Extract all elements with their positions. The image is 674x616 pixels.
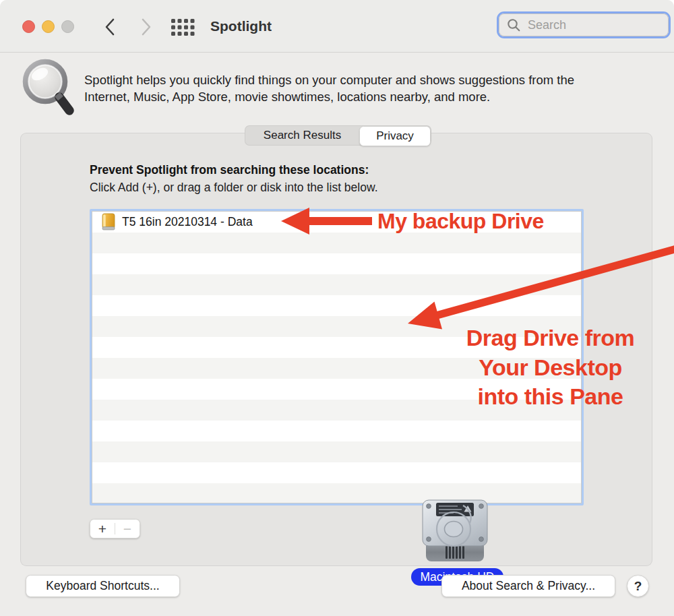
back-button[interactable] <box>101 17 119 37</box>
grid-dots-icon <box>171 19 195 36</box>
external-drive-icon <box>101 213 116 231</box>
remove-button[interactable]: − <box>115 520 140 538</box>
chevron-left-icon <box>104 18 115 36</box>
spotlight-preferences-window: Spotlight <box>0 0 674 616</box>
tab-search-results[interactable]: Search Results <box>245 126 359 145</box>
add-button[interactable]: + <box>90 520 115 538</box>
internal-hard-drive-icon[interactable] <box>420 497 490 568</box>
tab-bar: Search Results Privacy <box>245 125 431 146</box>
tab-privacy[interactable]: Privacy <box>359 126 431 146</box>
description-line-2: Internet, Music, App Store, movie showti… <box>84 88 574 105</box>
about-search-privacy-button[interactable]: About Search & Privacy... <box>441 575 615 597</box>
forward-button[interactable] <box>137 17 155 37</box>
spotlight-magnifier-icon <box>20 58 74 121</box>
minimize-button[interactable] <box>42 20 55 33</box>
description-line-1: Spotlight helps you quickly find things … <box>84 71 574 88</box>
list-item-label: T5 16in 20210314 - Data <box>122 215 253 229</box>
zoom-button[interactable] <box>61 20 74 33</box>
search-input[interactable] <box>526 18 657 33</box>
help-button[interactable]: ? <box>627 575 649 597</box>
page-title: Spotlight <box>210 18 272 34</box>
privacy-subheading: Click Add (+), or drag a folder or disk … <box>90 181 378 195</box>
list-surface: T5 16in 20210314 - Data <box>92 211 582 503</box>
keyboard-shortcuts-button[interactable]: Keyboard Shortcuts... <box>26 575 180 597</box>
show-all-button[interactable] <box>171 19 195 38</box>
add-remove-control: + − <box>90 519 140 538</box>
title-bar: Spotlight <box>0 0 674 53</box>
search-field-focus-ring <box>497 11 671 38</box>
spotlight-description: Spotlight helps you quickly find things … <box>84 71 574 105</box>
chevron-right-icon <box>141 18 152 36</box>
search-field[interactable] <box>499 13 669 36</box>
privacy-heading: Prevent Spotlight from searching these l… <box>90 163 369 177</box>
search-icon <box>507 18 521 32</box>
privacy-exclusion-list[interactable]: T5 16in 20210314 - Data <box>90 209 584 505</box>
close-button[interactable] <box>22 20 35 33</box>
list-item-t5-drive[interactable]: T5 16in 20210314 - Data <box>92 212 581 233</box>
